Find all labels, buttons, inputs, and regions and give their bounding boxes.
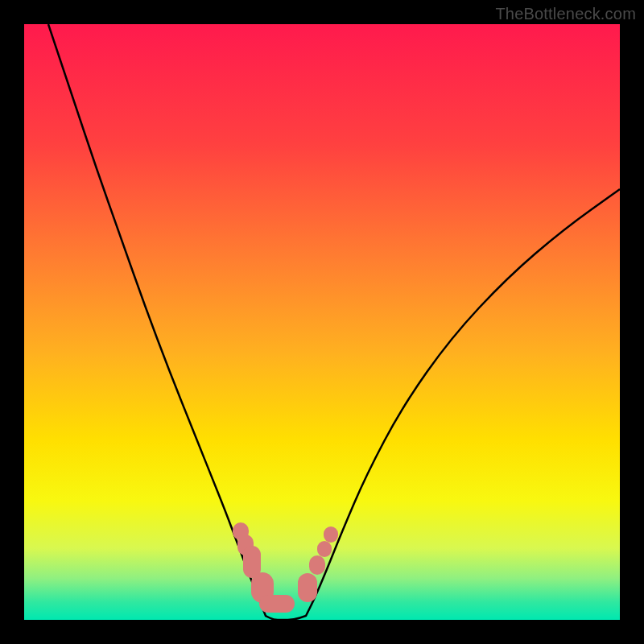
bottleneck-curve bbox=[24, 24, 620, 620]
right-dot-2 bbox=[317, 541, 332, 557]
watermark-text: TheBottleneck.com bbox=[495, 5, 636, 23]
bottom-blob-3 bbox=[298, 573, 317, 602]
right-dot-1 bbox=[309, 555, 325, 575]
plot-area bbox=[24, 24, 620, 620]
right-dot-3 bbox=[324, 526, 338, 543]
chart-frame: TheBottleneck.com bbox=[0, 0, 644, 644]
bottom-blob-2 bbox=[259, 595, 295, 613]
